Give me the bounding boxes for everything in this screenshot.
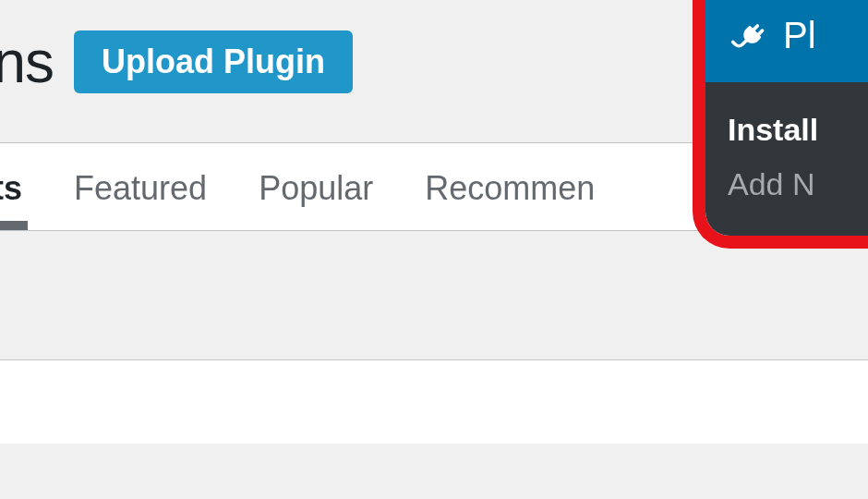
tab-featured[interactable]: Featured	[74, 169, 207, 230]
sidebar-callout: Pl Install Add N	[693, 0, 868, 249]
plug-icon	[726, 16, 766, 56]
below-tabs-region	[0, 231, 868, 360]
tab-search-results[interactable]: esults	[0, 169, 22, 230]
upload-plugin-button[interactable]: Upload Plugin	[74, 30, 353, 93]
sidebar-plugins-label: Pl	[783, 15, 816, 56]
tab-popular[interactable]: Popular	[259, 169, 373, 230]
sidebar-item-installed-plugins[interactable]: Install	[728, 103, 868, 157]
page-title: ugins	[0, 28, 54, 96]
sidebar-item-add-new[interactable]: Add N	[728, 157, 868, 212]
content-region	[0, 360, 868, 444]
tab-recommended[interactable]: Recommen	[425, 169, 595, 230]
sidebar-plugins-header[interactable]: Pl	[705, 0, 868, 82]
sidebar-submenu: Install Add N	[705, 82, 868, 236]
